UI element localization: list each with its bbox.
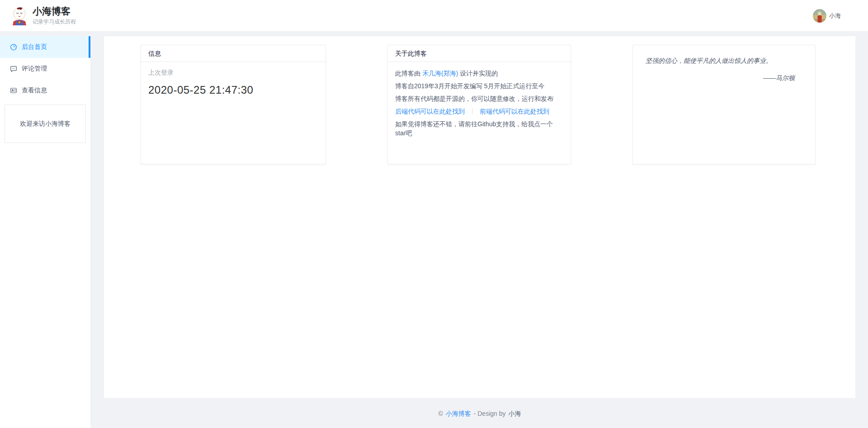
username-label[interactable]: 小海 xyxy=(829,12,841,20)
sidebar-item-label: 查看信息 xyxy=(22,86,47,95)
blog-logo-icon xyxy=(11,6,28,25)
brand-block: 小海博客 记录学习成长历程 xyxy=(33,6,76,26)
info-card-body: 上次登录 2020-05-25 21:47:30 xyxy=(141,62,326,100)
avatar-image xyxy=(813,9,826,23)
about-line-links: 后端代码可以在此处找到前端代码可以在此处找到 xyxy=(395,107,563,116)
footer-site-link[interactable]: 小海博客 xyxy=(446,410,471,417)
user-avatar[interactable] xyxy=(813,9,826,23)
sidebar-item-comments[interactable]: 评论管理 xyxy=(0,58,90,80)
quote-author: ——马尔顿 xyxy=(646,74,795,82)
about-card-body: 此博客由禾几海(郑海)设计并实现的 博客自2019年3月开始开发编写 5月开始正… xyxy=(388,62,571,144)
about-line-author-suffix: 设计并实现的 xyxy=(460,70,498,77)
quote-card: 坚强的信心，能使平凡的人做出惊人的事业。 ——马尔顿 xyxy=(632,45,816,164)
welcome-box: 欢迎来访小海博客 xyxy=(5,105,86,143)
copyright-symbol: © xyxy=(439,410,443,417)
idcard-icon xyxy=(10,87,17,94)
sidebar-item-info[interactable]: 查看信息 xyxy=(0,80,90,101)
site-title: 小海博客 xyxy=(33,6,76,17)
sidebar: 后台首页 评论管理 xyxy=(0,36,90,428)
quote-text: 坚强的信心，能使平凡的人做出惊人的事业。 xyxy=(646,56,795,65)
about-card: 关于此博客 此博客由禾几海(郑海)设计并实现的 博客自2019年3月开始开发编写… xyxy=(387,45,571,164)
author-link[interactable]: 禾几海(郑海) xyxy=(422,70,458,77)
about-line-star: 如果觉得博客还不错，请前往Github支持我，给我点一个star吧 xyxy=(395,119,563,138)
footer-designer: 小海 xyxy=(508,410,521,417)
main-layout: 后台首页 评论管理 xyxy=(0,36,868,428)
welcome-text: 欢迎来访小海博客 xyxy=(20,120,71,128)
frontend-code-link[interactable]: 前端代码可以在此处找到 xyxy=(480,108,549,115)
dashboard-icon xyxy=(10,43,17,51)
sidebar-item-dashboard[interactable]: 后台首页 xyxy=(0,36,90,58)
page-footer: © 小海博客 - Design by 小海 xyxy=(104,410,855,418)
content-area: 信息 上次登录 2020-05-25 21:47:30 关于此博客 此博客由禾几… xyxy=(104,36,855,398)
cards-row: 信息 上次登录 2020-05-25 21:47:30 关于此博客 此博客由禾几… xyxy=(141,45,816,164)
header-user-area[interactable]: 小海 xyxy=(813,9,841,23)
about-card-title: 关于此博客 xyxy=(388,45,571,62)
last-login-value: 2020-05-25 21:47:30 xyxy=(148,84,318,96)
app-header: 小海博客 记录学习成长历程 小海 xyxy=(0,0,868,32)
sidebar-item-label: 后台首页 xyxy=(22,43,47,51)
about-line-author: 此博客由禾几海(郑海)设计并实现的 xyxy=(395,69,563,78)
footer-separator: - Design by xyxy=(474,410,506,417)
about-line-history: 博客自2019年3月开始开发编写 5月开始正式运行至今 xyxy=(395,81,563,90)
link-divider xyxy=(472,109,472,114)
last-login-label: 上次登录 xyxy=(148,69,318,77)
info-card: 信息 上次登录 2020-05-25 21:47:30 xyxy=(141,45,326,164)
about-line-author-prefix: 此博客由 xyxy=(395,70,420,77)
about-line-opensource: 博客所有代码都是开源的，你可以随意修改，运行和发布 xyxy=(395,94,563,103)
main-column: 信息 上次登录 2020-05-25 21:47:30 关于此博客 此博客由禾几… xyxy=(104,36,855,428)
backend-code-link[interactable]: 后端代码可以在此处找到 xyxy=(395,108,465,115)
info-card-title: 信息 xyxy=(141,45,326,62)
sidebar-item-label: 评论管理 xyxy=(22,65,47,73)
site-subtitle: 记录学习成长历程 xyxy=(33,18,76,26)
comment-icon xyxy=(10,65,17,72)
quote-card-body: 坚强的信心，能使平凡的人做出惊人的事业。 ——马尔顿 xyxy=(633,45,815,82)
